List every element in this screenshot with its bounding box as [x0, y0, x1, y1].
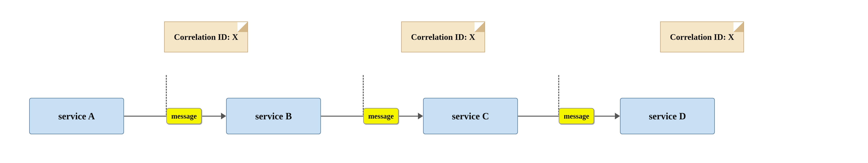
diagram: Correlation ID: X Correlation ID: X Corr… [14, 18, 854, 145]
service-a-label: service A [58, 111, 95, 122]
message-2-badge: message [363, 108, 399, 124]
service-b-label: service B [255, 111, 292, 122]
message-3-badge: message [559, 108, 594, 124]
note-3: Correlation ID: X [660, 22, 744, 52]
message-2-label: message [368, 112, 394, 120]
note-1-label: Correlation ID: X [174, 32, 238, 42]
line-3 [518, 116, 559, 117]
note-3-label: Correlation ID: X [670, 32, 734, 42]
service-c-label: service C [452, 111, 489, 122]
note-2: Correlation ID: X [401, 22, 485, 52]
service-c-box: service C [423, 98, 518, 134]
message-1-label: message [171, 112, 197, 120]
service-d-label: service D [649, 111, 686, 122]
service-a-box: service A [29, 98, 124, 134]
service-d-box: service D [620, 98, 715, 134]
arrow-2 [418, 113, 423, 119]
arrow-3 [615, 113, 620, 119]
arrow-1 [221, 113, 226, 119]
note-1: Correlation ID: X [164, 22, 248, 52]
line-2 [321, 116, 363, 117]
service-b-box: service B [226, 98, 321, 134]
message-3-label: message [564, 112, 589, 120]
message-1-badge: message [166, 108, 202, 124]
note-2-label: Correlation ID: X [411, 32, 475, 42]
line-1 [124, 116, 166, 117]
